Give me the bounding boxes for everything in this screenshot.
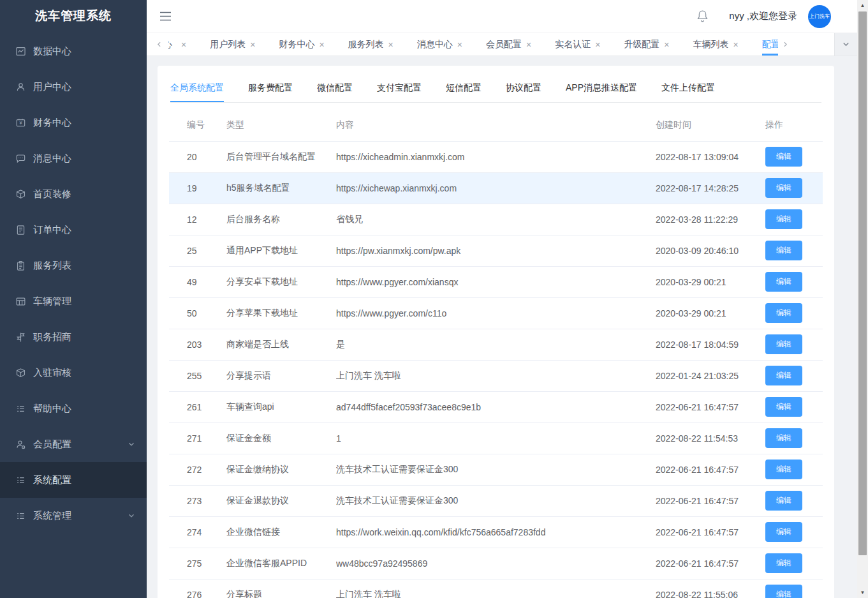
close-icon[interactable]: × (733, 40, 739, 49)
cell-created: 2022-06-21 16:47:57 (656, 516, 765, 548)
close-icon[interactable]: × (457, 40, 462, 49)
close-icon[interactable]: × (181, 40, 186, 49)
subtab-4[interactable]: 短信配置 (446, 75, 482, 102)
sidebar: 洗车管理系统 数据中心用户中心¥财务中心消息中心首页装修订单中心服务列表车辆管理… (0, 0, 147, 598)
bell-icon[interactable] (695, 9, 710, 24)
subtab-5[interactable]: 协议配置 (506, 75, 541, 102)
tab-用户列表[interactable]: 用户列表× (210, 33, 255, 56)
edit-button[interactable]: 编辑 (765, 178, 802, 198)
cell-content: https://pw.xianmxkj.com/pw.apk (336, 235, 656, 266)
table-row: 49分享安卓下载地址https://www.pgyer.com/xiansqx2… (169, 266, 823, 297)
close-icon[interactable]: × (664, 40, 669, 49)
subtab-0[interactable]: 全局系统配置 (170, 75, 224, 102)
subtab-6[interactable]: APP消息推送配置 (566, 75, 637, 102)
subtab-1[interactable]: 服务费配置 (248, 75, 293, 102)
sidebar-item-label: 系统配置 (33, 474, 71, 486)
edit-button[interactable]: 编辑 (765, 585, 802, 598)
cell-id: 20 (169, 141, 226, 172)
edit-button[interactable]: 编辑 (765, 147, 802, 167)
tab-服务列表[interactable]: 服务列表× (348, 33, 394, 56)
sidebar-item-label: 入驻审核 (33, 367, 71, 379)
sidebar-item-label: 服务列表 (33, 260, 71, 272)
scrollbar-thumb[interactable] (858, 11, 867, 555)
edit-button[interactable]: 编辑 (765, 334, 802, 354)
avatar[interactable]: 上门洗车 (808, 5, 831, 28)
cell-type: 分享标题 (226, 579, 336, 598)
edit-button[interactable]: 编辑 (765, 428, 802, 448)
sidebar-item-order-center[interactable]: 订单中心 (0, 212, 147, 248)
scroll-up-icon[interactable]: ▲ (857, 0, 868, 11)
wallet-icon: ¥ (15, 117, 26, 128)
tabs-scroll-right-icon[interactable] (782, 41, 789, 48)
subtab-7[interactable]: 文件上传配置 (661, 75, 715, 102)
tab-会员配置[interactable]: 会员配置× (486, 33, 531, 56)
cell-id: 271 (169, 422, 226, 454)
table-row: 25通用APP下载地址https://pw.xianmxkj.com/pw.ap… (169, 235, 823, 266)
user-gear-icon (15, 438, 26, 450)
cell-created: 2022-06-21 16:47:57 (656, 454, 765, 485)
sidebar-item-label: 消息中心 (33, 153, 71, 165)
sidebar-item-vehicle-manage[interactable]: 车辆管理 (0, 283, 147, 319)
cell-type: 企业微信客服APPID (226, 548, 336, 579)
sidebar-item-member-config[interactable]: 会员配置 (0, 426, 147, 462)
sidebar-item-label: 首页装修 (33, 188, 71, 200)
table-row: 203商家端是否上线是2022-08-17 18:04:59编辑 (169, 329, 823, 360)
close-icon[interactable]: × (388, 40, 394, 49)
cell-action: 编辑 (765, 266, 823, 297)
sidebar-item-data-center[interactable]: 数据中心 (0, 33, 147, 69)
sidebar-item-label: 车辆管理 (33, 295, 71, 308)
hamburger-icon[interactable] (159, 11, 172, 21)
sidebar-item-finance-center[interactable]: ¥财务中心 (0, 105, 147, 140)
edit-button[interactable]: 编辑 (765, 553, 802, 573)
cell-id: 255 (169, 360, 226, 391)
tab-clipped[interactable]: 心 × (168, 33, 186, 56)
cell-type: 后台管理平台域名配置 (226, 141, 336, 172)
subtab-3[interactable]: 支付宝配置 (377, 75, 422, 102)
table-row: 276分享标题上门洗车 洗车啦2022-08-22 11:55:06编辑 (169, 579, 823, 598)
tab-升级配置[interactable]: 升级配置× (624, 33, 669, 56)
tab-label: 实名认证 (555, 39, 591, 50)
edit-button[interactable]: 编辑 (765, 460, 802, 479)
subtab-2[interactable]: 微信配置 (317, 75, 353, 102)
edit-button[interactable]: 编辑 (765, 272, 802, 292)
cell-created: 2022-08-17 14:28:25 (656, 172, 765, 204)
sidebar-item-entry-audit[interactable]: 入驻审核 (0, 355, 147, 391)
edit-button[interactable]: 编辑 (765, 241, 802, 260)
sidebar-item-message-center[interactable]: 消息中心 (0, 140, 147, 176)
edit-button[interactable]: 编辑 (765, 209, 802, 229)
edit-button[interactable]: 编辑 (765, 366, 802, 385)
cell-id: 273 (169, 485, 226, 516)
cell-created: 2022-06-21 16:47:57 (656, 485, 765, 516)
tabs-dropdown-button[interactable] (834, 33, 857, 56)
sidebar-item-system-manage[interactable]: 系统管理 (0, 498, 147, 534)
chat-icon (15, 153, 26, 164)
sidebar-item-label: 系统管理 (33, 510, 71, 522)
tab-消息中心[interactable]: 消息中心× (417, 33, 462, 56)
close-icon[interactable]: × (595, 40, 600, 49)
tab-车辆列表[interactable]: 车辆列表× (693, 33, 739, 56)
tabs-scroll-left-icon[interactable] (156, 41, 163, 48)
sidebar-item-help-center[interactable]: 帮助中心 (0, 391, 147, 426)
close-icon[interactable]: × (526, 40, 531, 49)
sidebar-item-user-center[interactable]: 用户中心 (0, 69, 147, 105)
sidebar-item-label: 帮助中心 (33, 403, 71, 415)
cell-created: 2022-06-21 16:47:57 (656, 548, 765, 579)
tab-实名认证[interactable]: 实名认证× (555, 33, 600, 56)
close-icon[interactable]: × (250, 40, 255, 49)
tab-财务中心[interactable]: 财务中心× (279, 33, 324, 56)
edit-button[interactable]: 编辑 (765, 397, 802, 417)
sidebar-item-system-config[interactable]: 系统配置 (0, 462, 147, 498)
edit-button[interactable]: 编辑 (765, 522, 802, 542)
edit-button[interactable]: 编辑 (765, 303, 802, 323)
tabbar-tabs: 用户列表×财务中心×服务列表×消息中心×会员配置×实名认证×升级配置×车辆列表× (210, 33, 762, 56)
close-icon[interactable]: × (319, 40, 324, 49)
scroll-down-icon[interactable]: ▼ (857, 587, 868, 598)
page-scrollbar[interactable]: ▲ ▼ (857, 0, 868, 598)
sidebar-item-job-invest[interactable]: 职务招商 (0, 319, 147, 355)
clipboard-icon (15, 260, 26, 271)
tab-active-config[interactable]: 配置 (762, 33, 778, 56)
sidebar-item-home-decorate[interactable]: 首页装修 (0, 176, 147, 212)
sidebar-item-service-list[interactable]: 服务列表 (0, 248, 147, 283)
table-header-row: 编号类型内容创建时间操作 (169, 103, 823, 141)
edit-button[interactable]: 编辑 (765, 491, 802, 511)
